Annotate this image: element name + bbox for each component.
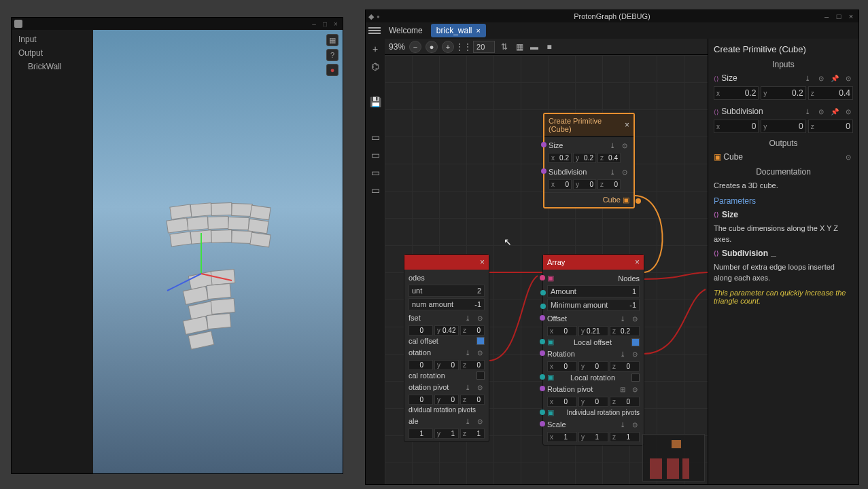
port-indpivots[interactable] <box>540 410 545 415</box>
viewport-tool-3[interactable]: ● <box>326 64 338 76</box>
zoom-in-button[interactable]: + <box>442 41 454 53</box>
rotpivot-y[interactable]: 0 <box>442 396 455 403</box>
minamt-val[interactable]: -1 <box>629 301 636 309</box>
size-y[interactable]: 0.2 <box>581 154 593 162</box>
node-array-2[interactable]: Array × ▣ Nodes Amount1 Minimum amount-1… <box>542 254 644 446</box>
panel4-icon[interactable]: ▭ <box>369 184 381 196</box>
scale-x[interactable]: 1 <box>411 430 423 437</box>
pg-titlebar[interactable]: ◆ ● ProtonGraph (DEBUG) – □ × <box>366 10 858 22</box>
rot-x[interactable]: 0 <box>555 363 568 370</box>
node-header[interactable]: Array × <box>543 255 644 270</box>
node-array-1[interactable]: × odes unt2 num amount-1 fset⤓⊙ 0 y0.42 … <box>404 254 489 442</box>
save-icon[interactable]: 💾 <box>369 96 381 108</box>
scale-z[interactable]: 1 <box>618 433 630 441</box>
localrot-check[interactable] <box>631 374 640 382</box>
port-localoffset[interactable] <box>540 339 545 344</box>
amount-val[interactable]: 2 <box>477 287 481 295</box>
insp-size-z[interactable]: 0.4 <box>839 88 850 98</box>
lock-icon[interactable]: ⤓ <box>618 349 627 359</box>
scale-x[interactable]: 1 <box>555 433 568 441</box>
eye-icon[interactable]: ⊙ <box>844 73 853 83</box>
size-x[interactable]: 0.2 <box>557 154 569 162</box>
insp-size-x[interactable]: 0.2 <box>745 88 757 98</box>
size-z[interactable]: 0.4 <box>606 154 618 162</box>
eye-icon[interactable]: ⊙ <box>844 107 853 116</box>
scale-z[interactable]: 1 <box>468 430 481 437</box>
zoom-out-button[interactable]: − <box>409 41 421 53</box>
link-icon[interactable]: ⊙ <box>475 416 485 426</box>
lock-icon[interactable]: ⤓ <box>463 348 472 357</box>
port-subdiv[interactable] <box>541 168 546 174</box>
port-rotpivot[interactable] <box>540 386 545 391</box>
subdiv-y[interactable]: 0 <box>581 181 593 188</box>
lock-icon[interactable]: ⤓ <box>618 314 627 323</box>
rot-z[interactable]: 0 <box>468 361 481 369</box>
pick-icon[interactable]: ⊞ <box>618 384 627 394</box>
port-minamt[interactable] <box>540 304 546 309</box>
localrot-check[interactable] <box>476 372 485 380</box>
panel1-icon[interactable]: ▭ <box>369 131 381 143</box>
lock-icon[interactable]: ⤓ <box>803 107 812 116</box>
link-icon[interactable]: ⊙ <box>475 313 485 323</box>
insp-subdiv-z[interactable]: 0 <box>846 122 850 131</box>
layout-icon[interactable]: ▦ <box>514 41 525 52</box>
rotpivot-y[interactable]: 0 <box>587 398 599 405</box>
tree-item-input[interactable]: Input <box>12 33 93 46</box>
link-icon[interactable]: ⊙ <box>475 348 485 357</box>
node-close-icon[interactable]: × <box>625 120 629 130</box>
localoffset-check[interactable] <box>631 338 640 346</box>
rotpivot-z[interactable]: 0 <box>618 398 630 405</box>
snap-icon[interactable]: ⋮⋮ <box>458 41 469 52</box>
port-size[interactable] <box>541 142 546 147</box>
port-offset[interactable] <box>540 315 545 321</box>
tree-item-brickwall[interactable]: BrickWall <box>12 60 93 73</box>
node-header[interactable]: Create Primitive (Cube) × <box>544 114 633 137</box>
rotpivot-x[interactable]: 0 <box>555 398 568 405</box>
viewport-tool-1[interactable]: ▦ <box>326 34 338 46</box>
lock-icon[interactable]: ⤓ <box>803 73 812 83</box>
subdiv-x[interactable]: 0 <box>557 181 569 188</box>
rot-y[interactable]: 0 <box>587 363 599 370</box>
close-button[interactable]: × <box>332 20 340 28</box>
maximize-button[interactable]: □ <box>834 12 844 21</box>
graph-icon[interactable]: ⌬ <box>369 60 381 73</box>
minamt-val[interactable]: -1 <box>474 300 481 308</box>
minimap[interactable] <box>642 434 705 482</box>
scale-y[interactable]: 1 <box>442 430 455 437</box>
node-create-primitive-cube[interactable]: Create Primitive (Cube) × Size ⤓⊙ x0.2 y… <box>543 113 635 209</box>
offset-y[interactable]: 0.21 <box>587 327 600 335</box>
rotpivot-z[interactable]: 0 <box>468 396 481 403</box>
panel2-icon[interactable]: ▭ <box>369 149 381 161</box>
panel3-icon[interactable]: ▭ <box>369 166 381 179</box>
rot-z[interactable]: 0 <box>618 363 630 370</box>
lock-icon[interactable]: ⤓ <box>608 167 617 177</box>
rot-x[interactable]: 0 <box>411 361 423 369</box>
add-icon[interactable]: + <box>369 43 381 55</box>
minimize-button[interactable]: – <box>822 12 831 21</box>
node-header[interactable]: × <box>404 255 489 270</box>
rotpivot-x[interactable]: 0 <box>411 396 423 403</box>
viewport-3d[interactable]: ▦ ? ● <box>93 30 343 473</box>
offset-x[interactable]: 0 <box>555 327 568 335</box>
lock-icon[interactable]: ⤓ <box>463 416 472 426</box>
port-scale[interactable] <box>540 421 545 427</box>
pin-icon[interactable]: 📌 <box>830 73 839 83</box>
tool-icon-1[interactable]: ▬ <box>529 41 540 52</box>
hamburger-icon[interactable] <box>368 24 381 37</box>
link-icon[interactable]: ⊙ <box>630 384 640 394</box>
node-canvas[interactable]: ↖ Create Primitive (Cube) × Size ⤓⊙ <box>385 55 708 484</box>
zoom-reset-button[interactable]: ● <box>426 41 438 53</box>
subdiv-z[interactable]: 0 <box>606 181 618 188</box>
link-icon[interactable]: ⊙ <box>620 167 629 177</box>
localoffset-check[interactable] <box>476 337 485 345</box>
link-icon[interactable]: ⊙ <box>816 107 826 116</box>
link-icon[interactable]: ⊙ <box>475 382 485 392</box>
link-icon[interactable]: ⊙ <box>630 314 640 323</box>
viewport-tool-help[interactable]: ? <box>326 49 338 61</box>
port-nodes[interactable] <box>540 275 545 280</box>
port-amount[interactable] <box>540 290 546 295</box>
snap-input[interactable] <box>473 41 495 53</box>
node-close-icon[interactable]: × <box>480 257 485 267</box>
port-rotation[interactable] <box>540 350 545 356</box>
tree-item-output[interactable]: Output <box>12 46 93 60</box>
